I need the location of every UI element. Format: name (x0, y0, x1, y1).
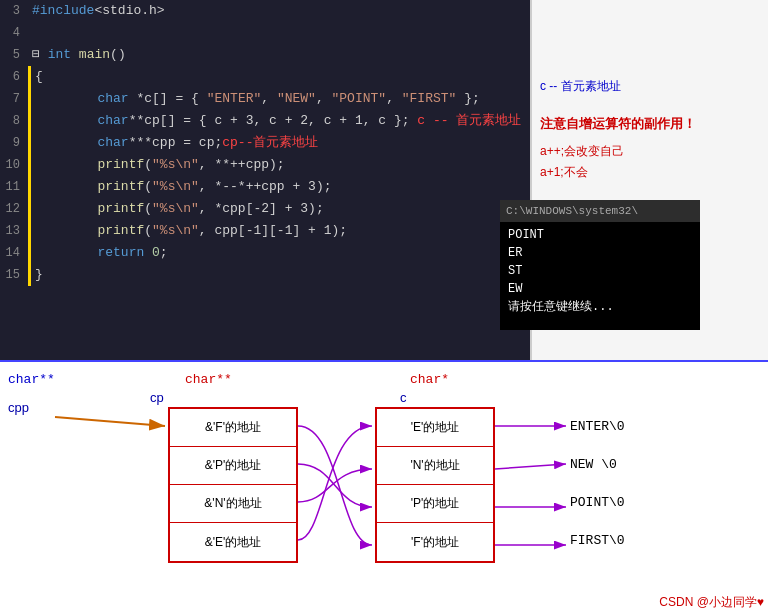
code-editor: 3 #include<stdio.h> 4 5 ⊟ int main() 6 {… (0, 0, 530, 360)
line-num-4: 4 (0, 22, 28, 44)
box-left-cell-1: &'P'的地址 (170, 447, 296, 485)
code-content-11: printf("%s\n", *--*++cpp + 3); (28, 176, 530, 198)
arrow-cpp-to-box (55, 417, 165, 426)
csdn-watermark: CSDN @小边同学♥ (659, 594, 764, 611)
code-line-10: 10 printf("%s\n", **++cpp); (0, 154, 530, 176)
code-line-12: 12 printf("%s\n", *cpp[-2] + 3); (0, 198, 530, 220)
code-content-7: char *c[] = { "ENTER", "NEW", "POINT", "… (28, 88, 530, 110)
terminal-line-3: ST (508, 262, 692, 280)
terminal-line-1: POINT (508, 226, 692, 244)
box-mid: 'E'的地址 'N'的地址 'P'的地址 'F'的地址 (375, 407, 495, 563)
annotation-line3: a++;会改变自己 (540, 143, 760, 160)
box-mid-cell-2: 'P'的地址 (377, 485, 493, 523)
code-content-12: printf("%s\n", *cpp[-2] + 3); (28, 198, 530, 220)
diagram-label-c: c (400, 390, 407, 405)
box-left-cell-3: &'E'的地址 (170, 523, 296, 561)
code-line-6: 6 { (0, 66, 530, 88)
arrow-mbox1-str1 (495, 464, 566, 469)
line-num-6: 6 (0, 66, 28, 88)
code-content-9: char***cpp = cp;cp--首元素地址 (28, 132, 530, 154)
arrow-lbox0-mbox3 (298, 426, 372, 545)
terminal-line-4: EW (508, 280, 692, 298)
code-content-3: #include<stdio.h> (28, 0, 530, 22)
box-left-cell-0: &'F'的地址 (170, 409, 296, 447)
line-num-10: 10 (0, 154, 28, 176)
code-line-13: 13 printf("%s\n", cpp[-1][-1] + 1); (0, 220, 530, 242)
arrow-lbox2-mbox1 (298, 469, 372, 502)
diagram-label-cpp: cpp (8, 400, 29, 415)
arrow-lbox1-mbox2 (298, 464, 372, 507)
code-line-11: 11 printf("%s\n", *--*++cpp + 3); (0, 176, 530, 198)
string-item-3: FIRST\0 (570, 521, 625, 559)
diagram-label-cp: cp (150, 390, 164, 405)
line-num-9: 9 (0, 132, 28, 154)
strings-right: ENTER\0 NEW \0 POINT\0 FIRST\0 (570, 407, 625, 559)
code-line-3: 3 #include<stdio.h> (0, 0, 530, 22)
line-num-11: 11 (0, 176, 28, 198)
line-num-5: 5 (0, 44, 28, 66)
box-left: &'F'的地址 &'P'的地址 &'N'的地址 &'E'的地址 (168, 407, 298, 563)
terminal-line-2: ER (508, 244, 692, 262)
string-item-2: POINT\0 (570, 483, 625, 521)
line-num-3: 3 (0, 0, 28, 22)
arrow-lbox3-mbox0 (298, 426, 372, 540)
code-line-14: 14 return 0; (0, 242, 530, 264)
diagram-label-charp: char* (410, 372, 449, 387)
diagram-area: char** char** char* cpp cp c &'F'的地址 &'P… (0, 360, 768, 615)
code-line-5: 5 ⊟ int main() (0, 44, 530, 66)
code-content-5: ⊟ int main() (28, 44, 530, 66)
code-content-10: printf("%s\n", **++cpp); (28, 154, 530, 176)
line-num-14: 14 (0, 242, 28, 264)
box-mid-cell-3: 'F'的地址 (377, 523, 493, 561)
line-num-13: 13 (0, 220, 28, 242)
code-content-14: return 0; (28, 242, 530, 264)
line-num-12: 12 (0, 198, 28, 220)
code-line-4: 4 (0, 22, 530, 44)
code-line-15: 15 } (0, 264, 530, 286)
terminal-title: C:\WINDOWS\system32\ (500, 200, 700, 222)
string-item-1: NEW \0 (570, 445, 625, 483)
annotation-line1: c -- 首元素地址 (540, 78, 760, 95)
diagram-label-charpp-left: char** (8, 372, 55, 387)
code-content-13: printf("%s\n", cpp[-1][-1] + 1); (28, 220, 530, 242)
main-container: 3 #include<stdio.h> 4 5 ⊟ int main() 6 {… (0, 0, 768, 615)
code-line-9: 9 char***cpp = cp;cp--首元素地址 (0, 132, 530, 154)
string-item-0: ENTER\0 (570, 407, 625, 445)
code-content-6: { (28, 66, 530, 88)
code-content-15: } (28, 264, 530, 286)
box-left-cell-2: &'N'的地址 (170, 485, 296, 523)
code-content-4 (28, 22, 530, 44)
terminal-window: C:\WINDOWS\system32\ POINT ER ST EW 请按任意… (500, 200, 700, 330)
box-mid-cell-0: 'E'的地址 (377, 409, 493, 447)
annotation-line2: 注意自增运算符的副作用！ (540, 115, 760, 133)
diagram-label-charpp-mid: char** (185, 372, 232, 387)
line-num-8: 8 (0, 110, 28, 132)
line-num-15: 15 (0, 264, 28, 286)
line-num-7: 7 (0, 88, 28, 110)
box-mid-cell-1: 'N'的地址 (377, 447, 493, 485)
code-line-7: 7 char *c[] = { "ENTER", "NEW", "POINT",… (0, 88, 530, 110)
code-content-8: char**cp[] = { c + 3, c + 2, c + 1, c };… (28, 110, 530, 132)
terminal-line-5: 请按任意键继续... (508, 298, 692, 316)
code-line-8: 8 char**cp[] = { c + 3, c + 2, c + 1, c … (0, 110, 530, 132)
annotation-line4: a+1;不会 (540, 164, 760, 181)
